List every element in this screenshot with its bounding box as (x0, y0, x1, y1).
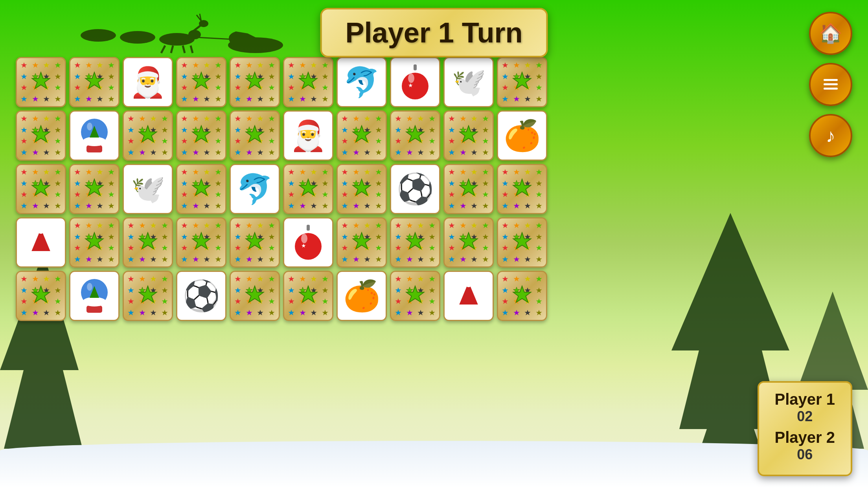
card-34[interactable] (230, 217, 280, 268)
card-content-hat (453, 280, 484, 312)
card-3[interactable] (176, 57, 226, 107)
list-button[interactable] (809, 63, 852, 106)
card-44[interactable] (230, 271, 280, 321)
card-32[interactable] (123, 217, 173, 268)
svg-rect-3 (719, 464, 742, 488)
card-12[interactable] (123, 110, 173, 161)
svg-point-32 (295, 233, 322, 260)
card-36[interactable] (337, 217, 387, 268)
card-33[interactable] (176, 217, 226, 268)
card-1[interactable] (69, 57, 120, 107)
card-11[interactable] (69, 110, 120, 161)
card-content-bird: 🕊️ (452, 68, 486, 96)
svg-rect-45 (824, 83, 838, 85)
svg-point-20 (408, 73, 414, 83)
card-13[interactable] (176, 110, 226, 161)
card-content-santa: 🎅 (129, 68, 166, 97)
card-2[interactable]: 🎅 (123, 57, 173, 107)
svg-point-14 (188, 30, 201, 39)
music-button[interactable]: ♪ (809, 114, 852, 157)
card-26[interactable] (337, 164, 387, 214)
svg-rect-46 (824, 88, 838, 90)
score-panel: Player 1 02 Player 2 06 (758, 381, 852, 476)
card-8[interactable]: 🕊️ (443, 57, 494, 107)
card-47[interactable] (390, 271, 440, 321)
home-button[interactable]: 🏠 (809, 12, 852, 55)
card-content-hat (25, 227, 57, 258)
card-23[interactable] (176, 164, 226, 214)
card-content-bird: 🕊️ (131, 175, 165, 203)
svg-line-11 (171, 46, 173, 53)
card-content-dolphin: 🐬 (236, 174, 273, 204)
reindeer-silhouette (59, 12, 295, 59)
card-content-ornament: ★ (292, 225, 324, 260)
card-17[interactable] (390, 110, 440, 161)
card-18[interactable] (443, 110, 494, 161)
card-39[interactable] (497, 217, 547, 268)
svg-rect-29 (29, 251, 53, 256)
card-6[interactable]: 🐬 (337, 57, 387, 107)
svg-point-25 (83, 137, 106, 146)
game-grid: 🎅🐬★🕊️🎅🍊🕊️🐬⚽★⚽🍊 (16, 57, 547, 321)
svg-point-16 (199, 20, 208, 27)
card-content-snowglobe (79, 278, 110, 314)
card-35[interactable]: ★ (283, 217, 333, 268)
card-30[interactable] (16, 217, 66, 268)
card-28[interactable] (443, 164, 494, 214)
card-16[interactable] (337, 110, 387, 161)
card-15[interactable]: 🎅 (283, 110, 333, 161)
card-14[interactable] (230, 110, 280, 161)
card-45[interactable] (283, 271, 333, 321)
card-41[interactable] (69, 271, 120, 321)
svg-point-40 (87, 283, 92, 291)
card-content-soccer: ⚽ (183, 281, 220, 311)
card-48[interactable] (443, 271, 494, 321)
card-31[interactable] (69, 217, 120, 268)
card-29[interactable] (497, 164, 547, 214)
music-icon: ♪ (826, 125, 835, 147)
card-27[interactable]: ⚽ (390, 164, 440, 214)
card-40[interactable] (16, 271, 66, 321)
header: Player 1 Turn (320, 8, 548, 57)
svg-point-8 (120, 31, 155, 44)
card-7[interactable]: ★ (390, 57, 440, 107)
card-19[interactable]: 🍊 (497, 110, 547, 161)
card-42[interactable] (123, 271, 173, 321)
player1-score: 02 (775, 408, 835, 425)
card-5[interactable] (283, 57, 333, 107)
card-21[interactable] (69, 164, 120, 214)
card-25[interactable] (283, 164, 333, 214)
svg-line-13 (191, 46, 193, 53)
list-icon (820, 74, 841, 95)
svg-line-10 (161, 46, 165, 53)
card-46[interactable]: 🍊 (337, 271, 387, 321)
home-icon: 🏠 (819, 22, 842, 44)
card-10[interactable] (16, 110, 66, 161)
svg-point-27 (87, 123, 92, 130)
card-0[interactable] (16, 57, 66, 107)
svg-point-43 (465, 281, 472, 287)
card-9[interactable] (497, 57, 547, 107)
svg-rect-18 (414, 64, 417, 70)
card-49[interactable] (497, 271, 547, 321)
svg-rect-22 (86, 145, 102, 152)
card-24[interactable]: 🐬 (230, 164, 280, 214)
turn-text: Player 1 Turn (346, 17, 523, 48)
svg-point-33 (301, 234, 307, 243)
card-38[interactable] (443, 217, 494, 268)
svg-point-38 (83, 297, 106, 306)
player2-label: Player 2 (775, 429, 835, 446)
svg-rect-35 (86, 306, 102, 313)
card-content-ornament: ★ (399, 64, 431, 100)
card-content-dolphin: 🐬 (343, 68, 380, 97)
svg-text:★: ★ (408, 82, 413, 88)
svg-point-6 (228, 37, 283, 53)
card-content-snowglobe (79, 118, 110, 153)
card-22[interactable]: 🕊️ (123, 164, 173, 214)
card-4[interactable] (230, 57, 280, 107)
card-43[interactable]: ⚽ (176, 271, 226, 321)
card-content-orange: 🍊 (504, 121, 541, 150)
card-20[interactable] (16, 164, 66, 214)
card-37[interactable] (390, 217, 440, 268)
svg-line-17 (197, 37, 232, 39)
